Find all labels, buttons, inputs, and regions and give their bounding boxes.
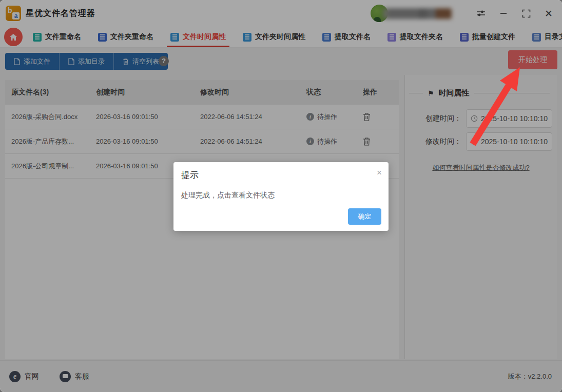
dialog-confirm-button[interactable]: 确定 xyxy=(348,208,381,225)
dialog-close-icon[interactable]: × xyxy=(377,168,382,177)
dialog-message: 处理完成，点击查看文件状态 xyxy=(181,191,275,200)
app-window: b a 星优文件名管理器 xyxy=(0,0,562,392)
dialog-title: 提示 xyxy=(181,169,199,181)
message-dialog: 提示 × 处理完成，点击查看文件状态 确定 xyxy=(173,162,389,231)
